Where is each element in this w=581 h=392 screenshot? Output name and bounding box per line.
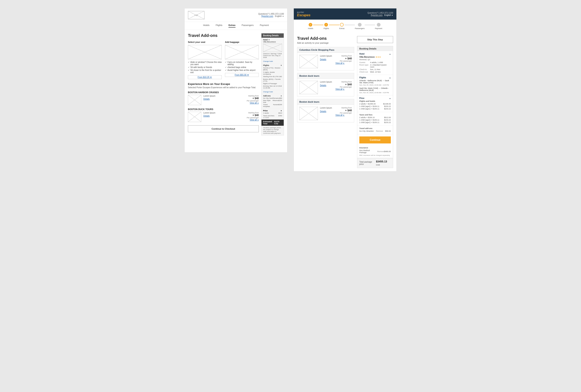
experience-lorem-2: Lorem Ipsum — [203, 112, 245, 114]
activity-price-col-3: Starting from + $40 Per passenger View a… — [335, 107, 352, 120]
activity-title-1: Columbus Circle Shopping Pass — [297, 47, 354, 53]
remove-link-insurance[interactable]: Remove — [377, 150, 384, 152]
booking-details-title: Booking Details — [261, 34, 284, 38]
activity-img-3-x — [300, 107, 318, 120]
skip-button[interactable]: Skip This Step — [357, 36, 393, 43]
flights-label: Flights — [263, 64, 282, 66]
guests-label: Guests: — [359, 62, 369, 64]
seat-image — [188, 45, 222, 59]
view-all-link-2[interactable]: View all ∨ — [247, 119, 259, 121]
progress-step-payment: Payment — [375, 23, 382, 30]
nav-flights[interactable]: Flights — [216, 24, 222, 28]
baggage-image-x — [225, 45, 259, 59]
right-subtitle: Add an activity to your package — [297, 42, 354, 44]
right-panel: porter Escapes Questions? 1-853-372-1100… — [294, 8, 397, 172]
remove-link-1[interactable]: Remove — [376, 130, 383, 132]
baggage-price-btn[interactable]: From $55.00 ▼ — [225, 73, 259, 77]
experience-item-1: BOSTON HARBOR CRUISES Lorem Ipsum Detail… — [188, 91, 259, 105]
experience-details-link-1[interactable]: Details — [203, 98, 245, 100]
left-contact: Questions? 1-855-372-1100 flyporter.com … — [258, 13, 284, 17]
experience-details-link-2[interactable]: Details — [203, 115, 245, 117]
right-website[interactable]: flyporter.com — [371, 14, 383, 16]
activity-body-3: Lorem Ipsum Details Starting from + $40 … — [297, 105, 354, 122]
view-all-link-1[interactable]: View all ∨ — [247, 102, 259, 104]
activity-card-2: Boston duck tours Lorem Ipsum Details St… — [297, 73, 354, 96]
experience-item-2-title: Boston Duck Tours — [188, 108, 259, 110]
hotel-image — [263, 44, 282, 52]
step-circle-hotels: ✓ — [309, 23, 312, 26]
flight-route-2: Sault Ste. Marie (YAM) → Orlando - Melbo… — [359, 87, 391, 91]
seat-price-btn[interactable]: From $10.29 ▼ — [188, 75, 222, 79]
activity-title-3: Boston duck tours — [297, 99, 354, 105]
view-all-2[interactable]: View all — [335, 88, 352, 90]
price-label: Price — [263, 110, 282, 112]
activity-lorem-1: Lorem Ipsum — [320, 55, 333, 57]
hotel-name-row: Villa Becuresco ★★★ — [359, 56, 391, 58]
view-all-3[interactable]: View all — [335, 114, 352, 116]
change-hotel-link[interactable]: Change hotel — [261, 60, 284, 63]
activity-info-1: Lorem Ipsum Details — [320, 55, 333, 68]
progress-step-passengers: Passengers — [355, 23, 365, 30]
chevron-down-icon — [282, 16, 284, 17]
baggage-feature-3: Avoid higher fees at the airport — [225, 69, 259, 71]
experience-info-2: Lorem Ipsum Details — [203, 112, 245, 117]
change-hotel2-link[interactable]: Change hotel — [261, 90, 284, 94]
activity-details-link-3[interactable]: Details — [320, 110, 333, 112]
chevron-up-icon-price[interactable] — [389, 97, 391, 99]
chevron-up-icon-price[interactable] — [280, 110, 282, 112]
view-all-1[interactable]: View all — [335, 62, 352, 64]
flight-route-1: Orlando - Melbourne (MLB) → Sault Ste. M… — [359, 80, 391, 84]
activity-details-link-1[interactable]: Details — [320, 58, 333, 60]
chevron-down-icon[interactable] — [268, 39, 270, 41]
step-label-payment: Payment — [375, 28, 382, 30]
taxes-child1-row: 1 child (age2) × $109.11 $233.22 — [359, 119, 391, 121]
flight-time-1: Sun, Nov 25, 2018 | 10:00 AM - 4:25 PM — [359, 84, 391, 86]
chevron-up-icon-hotel[interactable] — [389, 53, 391, 55]
experience-img-2-x — [188, 112, 201, 122]
hotel-details-grid: Guests: 4 adults, 1 child Room type: 2 x… — [359, 62, 391, 73]
activity-price-col-2: Starting from + $40 Per passenger View a… — [335, 81, 352, 94]
total-row: Total package price $3455.13 CAD — [357, 158, 393, 168]
nav-payment[interactable]: Payment — [260, 24, 269, 28]
connector-2 — [329, 25, 339, 25]
progress-step-extras: ○ Extras — [339, 23, 345, 30]
progress-step-flights: ✓ Flights — [323, 23, 329, 30]
activity-body-2: Lorem Ipsum Details Starting from + $40 … — [297, 79, 354, 96]
experience-item-2-row: Lorem Ipsum Details Starting from + $40 … — [188, 112, 259, 122]
activity-lorem-3: Lorem Ipsum — [320, 107, 333, 109]
chevron-down-icon-flights[interactable] — [280, 64, 282, 66]
nav-passengers[interactable]: Passengers — [242, 24, 254, 28]
room-type-label: Room type: — [359, 64, 369, 68]
experience-img-2 — [188, 112, 201, 122]
vacation-note: Vacation package prices are subject to c… — [261, 126, 284, 135]
content-layout: Travel Add-ons Select your seat Aisle or… — [188, 33, 284, 136]
addon-entry-1: Go City Attraction Remove $58.00 — [359, 130, 391, 132]
checkout-button[interactable]: Continue to Checkout — [188, 125, 259, 132]
right-links: flyporter.com English — [367, 14, 393, 16]
total-label: Total package price — [359, 161, 376, 165]
chevron-up-icon-flights[interactable] — [389, 76, 391, 79]
main-area: Travel Add-ons Select your seat Aisle or… — [188, 33, 259, 136]
escapes-text: Escapes — [297, 14, 310, 17]
right-phone: Questions? 1-853-372-1100 — [367, 12, 393, 14]
insurance-note: RBC insurance will be charged separately — [359, 154, 391, 156]
activity-card-3: Boston duck tours Lorem Ipsum Details St… — [297, 99, 354, 122]
language-selector[interactable]: English — [384, 14, 393, 16]
hotel-location: Montreal, QC — [359, 58, 391, 60]
hotel-guests: 4 adults, 1 child — [370, 62, 391, 64]
right-booking-title: Booking Details — [357, 46, 393, 51]
activity-body-1: Lorem Ipsum Details Starting from + $40 … — [297, 53, 354, 70]
activity-details-link-2[interactable]: Details — [320, 84, 333, 86]
continue-button[interactable]: Continue — [359, 136, 391, 144]
nav-hotels[interactable]: Hotels — [203, 24, 209, 28]
step-circle-passengers — [358, 23, 362, 26]
nav-extras[interactable]: Extras — [228, 24, 235, 28]
activity-info-3: Lorem Ipsum Details — [320, 107, 333, 120]
taxes-row: Taxes and fees: $760 2x $389 — [263, 115, 282, 118]
contact-website[interactable]: flyporter.com — [261, 15, 273, 17]
chevron-up-icon[interactable] — [280, 95, 282, 97]
contact-language[interactable]: English — [275, 15, 282, 17]
chevron-down-icon-lang — [391, 14, 393, 16]
progress-bar: ✓ Hotels ✓ Flights ○ Extras Passengers P… — [294, 20, 396, 33]
addon-3: Travel Hospitals Nurses $190 — [263, 104, 282, 108]
